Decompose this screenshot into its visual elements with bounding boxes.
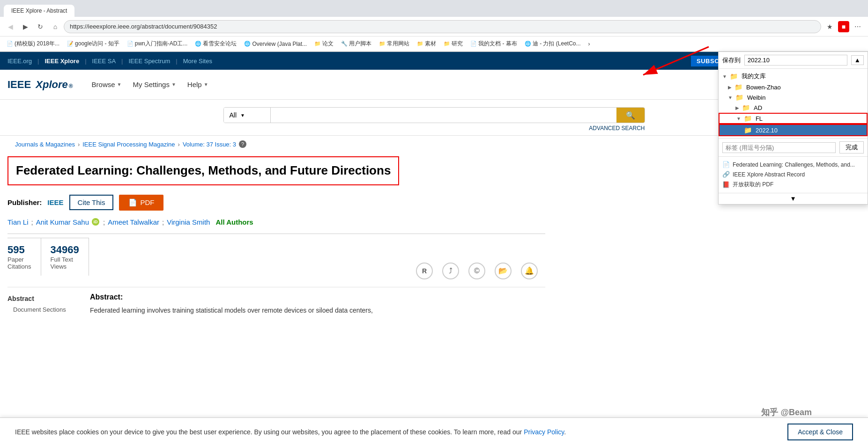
folder-icon[interactable]: 📂: [495, 263, 512, 279]
stats-row: 595 Paper Citations 34969 Full Text View…: [7, 238, 89, 276]
save-to-label: 保存到: [722, 56, 741, 65]
search-category-label: All: [230, 111, 237, 119]
forward-button[interactable]: ▶: [19, 20, 32, 33]
logo-ieee-text: IEEE: [7, 79, 31, 91]
bookmark-pwn[interactable]: 📄pwn入门指南-AD工...: [124, 39, 191, 49]
paper-title-box: Federated Learning: Challenges, Methods,…: [7, 156, 399, 185]
folder-fl-icon: 📁: [744, 115, 752, 122]
views-stat[interactable]: 34969 Full Text Views: [41, 238, 89, 276]
extension-button[interactable]: ■: [838, 21, 849, 32]
tree-item-library[interactable]: ▼ 📁 我的文库: [719, 71, 868, 82]
search-input[interactable]: [271, 108, 616, 123]
publisher-name[interactable]: IEEE: [47, 198, 63, 206]
authors-row: Tian Li ; Anit Kumar Sahu iD ; Ameet Tal…: [7, 218, 545, 226]
refresh-button[interactable]: ↻: [34, 20, 47, 33]
back-button[interactable]: ◀: [4, 20, 17, 33]
folder-ad-icon: 📁: [742, 104, 750, 111]
advanced-search-link[interactable]: ADVANCED SEARCH: [223, 125, 645, 132]
related-doc-icon: 📄: [722, 161, 730, 168]
bookmark-research[interactable]: 📁研究: [441, 39, 466, 49]
citations-stat[interactable]: 595 Paper Citations: [7, 238, 41, 276]
bookmark-overview[interactable]: 🌐Overview (Java Plat...: [241, 40, 310, 48]
pdf-icon: 📄: [128, 198, 137, 207]
folder-tree: ▼ 📁 我的文库 ▶ 📁 Bowen-Zhao ▼ 📁 Weibin ▶ 📁 A…: [719, 69, 868, 138]
bookmark-jiaoxiao[interactable]: 📄(精校版) 2018年...: [4, 39, 62, 49]
related-items: 📄 Federated Learning: Challenges, Method…: [719, 156, 868, 193]
orcid-icon[interactable]: iD: [92, 218, 99, 226]
bookmark-google[interactable]: 📝google访问 - 知乎: [64, 39, 122, 49]
chevron-bowen: ▶: [728, 85, 732, 90]
related-item-2[interactable]: 📕 开放获取的 PDF: [722, 179, 864, 190]
logo-registered: ®: [69, 83, 73, 89]
bookmark-mydoc[interactable]: 📄我的文档 - 幕布: [467, 39, 520, 49]
chevron-weibin: ▼: [728, 95, 733, 100]
views-label2: Views: [51, 263, 67, 270]
search-button[interactable]: 🔍: [616, 108, 645, 123]
pdf-button[interactable]: 📄 PDF: [119, 195, 163, 211]
bookmark-material[interactable]: 📁素材: [414, 39, 439, 49]
author-ameet[interactable]: Ameet Talwalkar: [108, 218, 159, 226]
nav-doc-sections[interactable]: Document Sections: [7, 304, 82, 315]
views-number: 34969: [51, 244, 79, 256]
abstract-section: Abstract Document Sections Abstract: Fed…: [7, 287, 545, 315]
my-settings-menu[interactable]: My Settings ▼: [129, 79, 180, 90]
home-button[interactable]: ⌂: [49, 20, 62, 33]
breadcrumb-volume[interactable]: Volume: 37 Issue: 3: [183, 141, 236, 148]
nav-menu: Browse ▼ My Settings ▼ Help ▼: [88, 79, 212, 90]
bookmark-paper[interactable]: 📁论文: [312, 39, 336, 49]
copyright-icon[interactable]: ©: [468, 263, 485, 279]
search-category-chevron: ▼: [240, 113, 245, 118]
nav-abstract[interactable]: Abstract: [7, 293, 82, 304]
related-item-0[interactable]: 📄 Federated Learning: Challenges, Method…: [722, 160, 864, 169]
all-authors-button[interactable]: All Authors: [215, 218, 253, 226]
bookmark-more[interactable]: ›: [586, 40, 593, 48]
ieee-org-link[interactable]: IEEE.org: [7, 58, 32, 65]
star-button[interactable]: ★: [823, 20, 836, 33]
author-virginia[interactable]: Virginia Smith: [167, 218, 210, 226]
abstract-text: Federated learning involves training sta…: [90, 305, 545, 315]
folder-2022-label: 2022.10: [756, 127, 778, 134]
ieee-xplore-logo[interactable]: IEEE Xplore®: [7, 79, 73, 91]
folder-2022-icon: 📁: [744, 126, 752, 134]
browse-menu[interactable]: Browse ▼: [88, 79, 126, 90]
author-tian-li[interactable]: Tian Li: [7, 218, 28, 226]
tree-item-ad[interactable]: ▶ 📁 AD: [719, 102, 868, 113]
breadcrumb-journals[interactable]: Journals & Magazines: [15, 141, 75, 148]
bookmark-leetcode[interactable]: 🌐迪 - 力扣 (LeetCo...: [522, 39, 584, 49]
folder-weibin-icon: 📁: [735, 94, 743, 101]
search-category-dropdown[interactable]: All ▼: [224, 108, 271, 123]
bookmark-script[interactable]: 🔧用户脚本: [338, 39, 374, 49]
alert-icon[interactable]: 🔔: [521, 263, 538, 279]
author-anit[interactable]: Anit Kumar Sahu: [36, 218, 89, 226]
tag-input[interactable]: [722, 142, 836, 153]
breadcrumb-journal-name[interactable]: IEEE Signal Processing Magazine: [82, 141, 175, 148]
citations-label1: Paper: [7, 256, 24, 263]
stats-action-row: 595 Paper Citations 34969 Full Text View…: [7, 234, 545, 279]
tree-item-weibin[interactable]: ▼ 📁 Weibin: [719, 92, 868, 102]
related-item-1[interactable]: 🔗 IEEE Xplore Abstract Record: [722, 169, 864, 179]
ieee-spectrum-link[interactable]: IEEE Spectrum: [128, 58, 170, 65]
ieee-xplore-link[interactable]: IEEE Xplore: [45, 58, 79, 65]
related-pdf-icon: 📕: [722, 181, 730, 188]
save-to-input[interactable]: [744, 55, 847, 66]
done-button[interactable]: 完成: [839, 141, 864, 154]
dropdown-scroll-down[interactable]: ▼: [719, 193, 868, 204]
ieee-sa-link[interactable]: IEEE SA: [92, 58, 116, 65]
cite-this-button[interactable]: Cite This: [69, 195, 114, 210]
settings-button[interactable]: ⋯: [851, 20, 864, 33]
r-icon[interactable]: R: [416, 263, 433, 279]
related-item-0-label: Federated Learning: Challenges, Methods,…: [733, 161, 855, 168]
help-menu[interactable]: Help ▼: [184, 79, 212, 90]
active-tab[interactable]: IEEE Xplore - Abstract: [4, 5, 74, 17]
tree-item-2022[interactable]: 📁 2022.10: [719, 124, 868, 136]
help-icon[interactable]: ?: [239, 140, 246, 148]
tree-item-bowen[interactable]: ▶ 📁 Bowen-Zhao: [719, 82, 868, 92]
address-bar[interactable]: [64, 20, 821, 33]
bookmark-kanxue[interactable]: 🌐看雪安全论坛: [192, 39, 239, 49]
tree-item-fl[interactable]: ▼ 📁 FL: [719, 113, 868, 124]
dropdown-scroll-up[interactable]: ▲: [851, 55, 864, 65]
bookmark-sites[interactable]: 📁常用网站: [376, 39, 412, 49]
folder-fl-label: FL: [756, 115, 763, 122]
share-icon[interactable]: ⤴: [442, 263, 459, 279]
more-sites-link[interactable]: More Sites: [183, 58, 212, 65]
